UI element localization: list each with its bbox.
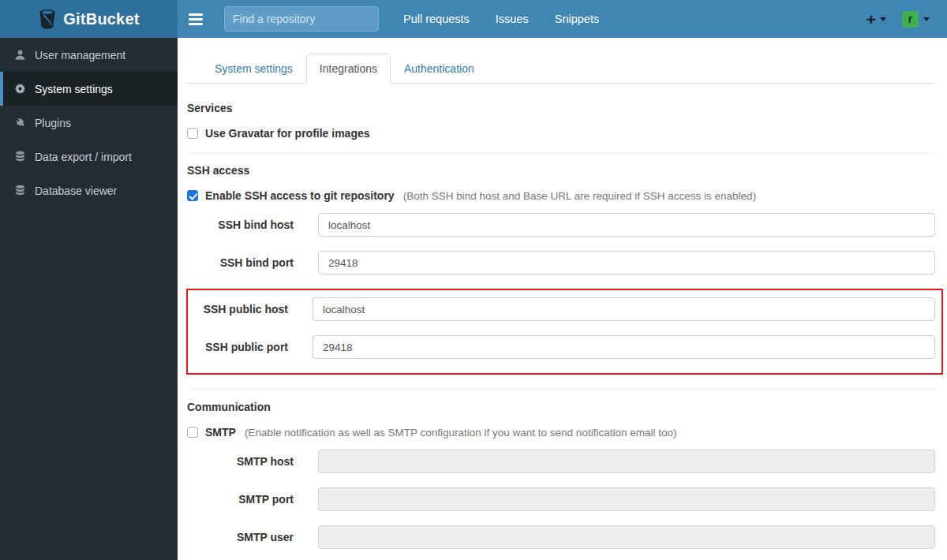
- user-icon: [14, 49, 26, 61]
- gitbucket-logo-icon: [38, 9, 57, 29]
- section-divider: [187, 389, 935, 390]
- database-icon: [14, 151, 26, 162]
- ssh-bind-port-input[interactable]: [318, 251, 935, 274]
- ssh-public-port-input[interactable]: [313, 335, 935, 359]
- ssh-bind-port-label: SSH bind port: [187, 256, 294, 269]
- plug-icon: [14, 117, 26, 129]
- sidebar-item-system-settings[interactable]: System settings: [0, 72, 178, 106]
- ssh-bind-host-input[interactable]: [318, 213, 935, 237]
- plus-icon: +: [867, 11, 876, 28]
- smtp-note: (Enable notification as well as SMTP con…: [245, 427, 677, 439]
- smtp-port-input: [318, 487, 935, 511]
- admin-sidebar: User management System settings Plugins …: [0, 38, 178, 560]
- ssh-access-heading: SSH access: [187, 164, 935, 177]
- sidebar-toggle-hamburger-icon[interactable]: [189, 13, 203, 25]
- services-heading: Services: [187, 102, 935, 114]
- section-divider: [187, 152, 935, 153]
- enable-ssh-checkbox[interactable]: [187, 190, 198, 201]
- smtp-host-label: SMTP host: [187, 455, 294, 468]
- nav-link-snippets[interactable]: Snippets: [555, 13, 599, 25]
- ssh-public-host-label: SSH public host: [188, 303, 288, 315]
- brand-title: GitBucket: [63, 10, 139, 28]
- sidebar-item-plugins[interactable]: Plugins: [0, 106, 178, 140]
- smtp-checkbox-label[interactable]: SMTP: [205, 426, 236, 439]
- sidebar-item-database-viewer[interactable]: Database viewer: [0, 174, 178, 207]
- tab-system-settings[interactable]: System settings: [201, 54, 306, 84]
- sidebar-item-label: Plugins: [35, 117, 71, 129]
- smtp-port-label: SMTP port: [187, 493, 294, 506]
- settings-tabs: System settings Integrations Authenticat…: [187, 54, 935, 84]
- user-account-dropdown[interactable]: r: [902, 11, 930, 28]
- enable-ssh-checkbox-label[interactable]: Enable SSH access to git repository: [205, 189, 395, 202]
- brand-home-link[interactable]: GitBucket: [0, 0, 178, 38]
- smtp-user-input: [318, 525, 935, 549]
- chevron-down-icon: [923, 17, 930, 21]
- main-content: System settings Integrations Authenticat…: [178, 38, 947, 560]
- smtp-user-label: SMTP user: [187, 531, 294, 543]
- sidebar-item-label: User management: [35, 49, 125, 62]
- tab-authentication[interactable]: Authentication: [391, 54, 488, 84]
- sidebar-item-label: Database viewer: [35, 185, 117, 197]
- nav-link-issues[interactable]: Issues: [496, 13, 529, 25]
- gravatar-checkbox-label[interactable]: Use Gravatar for profile images: [205, 127, 370, 140]
- create-new-dropdown[interactable]: +: [867, 11, 886, 28]
- nav-link-pull-requests[interactable]: Pull requests: [403, 13, 470, 25]
- sidebar-item-data-export-import[interactable]: Data export / import: [0, 140, 178, 174]
- enable-ssh-note: (Both SSH bind host and Base URL are req…: [403, 190, 756, 202]
- sidebar-item-label: System settings: [35, 83, 113, 95]
- avatar: r: [902, 11, 919, 28]
- tab-integrations[interactable]: Integrations: [306, 54, 391, 84]
- ssh-public-port-label: SSH public port: [188, 341, 288, 353]
- smtp-host-input: [318, 450, 935, 473]
- communication-heading: Communication: [187, 401, 935, 413]
- database-icon: [14, 185, 26, 196]
- sidebar-item-label: Data export / import: [35, 151, 132, 163]
- gear-icon: [14, 83, 26, 95]
- top-navbar: GitBucket Pull requests Issues Snippets …: [0, 0, 947, 38]
- chevron-down-icon: [880, 17, 886, 21]
- ssh-public-host-input[interactable]: [313, 297, 935, 321]
- gravatar-checkbox[interactable]: [187, 128, 198, 139]
- ssh-bind-host-label: SSH bind host: [187, 218, 294, 231]
- sidebar-item-user-management[interactable]: User management: [0, 38, 178, 72]
- ssh-public-highlight-box: SSH public host SSH public port: [186, 289, 943, 375]
- smtp-checkbox[interactable]: [187, 427, 198, 438]
- navbar-right: + r: [867, 11, 947, 28]
- navbar-links: Pull requests Issues Snippets: [403, 13, 599, 25]
- repository-search-input[interactable]: [224, 6, 379, 32]
